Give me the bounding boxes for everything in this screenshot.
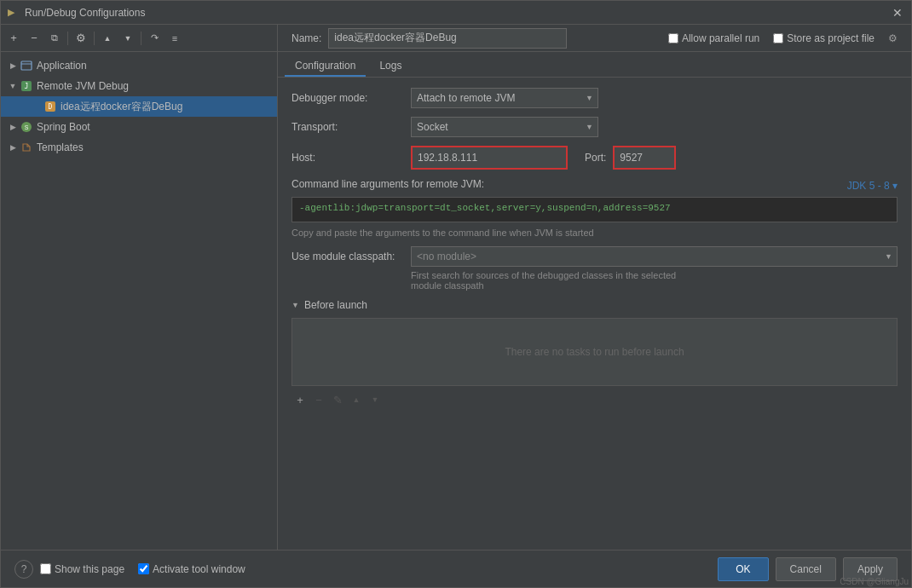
allow-parallel-label: Allow parallel run	[682, 32, 759, 44]
config-header: Name: Allow parallel run Store as projec…	[278, 25, 911, 52]
svg-text:S: S	[25, 124, 29, 130]
settings-button[interactable]: ⚙	[72, 29, 90, 48]
cmd-args-label: Command line arguments for remote JVM:	[291, 178, 484, 190]
toolbar-separator-2	[94, 32, 95, 45]
jvm-icon: J	[20, 79, 33, 93]
footer-checkboxes: Show this page Activate tool window	[40, 563, 245, 575]
show-this-page-input[interactable]	[40, 563, 51, 574]
tab-logs[interactable]: Logs	[369, 56, 412, 77]
show-this-page-checkbox[interactable]: Show this page	[40, 563, 124, 575]
ok-button[interactable]: OK	[718, 557, 768, 581]
window-title: Run/Debug Configurations	[25, 7, 892, 19]
arrow-down-button[interactable]: ▼	[118, 29, 137, 48]
watermark: CSDN @GliangJu	[840, 577, 909, 586]
move-to-button[interactable]: ↷	[145, 29, 164, 48]
transport-row: Transport: Socket Shared memory ▼	[291, 117, 898, 137]
application-label: Application	[37, 60, 87, 72]
remote-jvm-label: Remote JVM Debug	[37, 80, 129, 92]
application-icon	[20, 59, 33, 72]
header-checkboxes: Allow parallel run Store as project file…	[668, 32, 898, 44]
name-label: Name:	[291, 32, 321, 44]
sort-button[interactable]: ≡	[165, 29, 184, 48]
module-classpath-row: Use module classpath: <no module> ▼	[291, 246, 898, 267]
config-body: Debugger mode: Attach to remote JVM List…	[278, 78, 911, 550]
before-launch-section: ▼ Before launch There are no tasks to ru…	[291, 299, 898, 408]
sidebar-item-application[interactable]: ▶ Application	[1, 55, 277, 76]
collapse-arrow-icon[interactable]: ▼	[291, 301, 299, 309]
cmd-args-box: -agentlib:jdwp=transport=dt_socket,serve…	[291, 197, 898, 222]
transport-select[interactable]: Socket Shared memory	[411, 117, 598, 137]
activate-tool-input[interactable]	[138, 563, 149, 574]
help-button[interactable]: ?	[14, 560, 33, 579]
svg-rect-0	[21, 61, 32, 70]
module-classpath-select[interactable]: <no module>	[411, 246, 898, 267]
before-launch-header: ▼ Before launch	[291, 299, 898, 311]
cmd-args-header-row: Command line arguments for remote JVM: J…	[291, 178, 898, 193]
show-this-page-label: Show this page	[55, 563, 124, 575]
allow-parallel-checkbox[interactable]: Allow parallel run	[668, 32, 759, 44]
svg-text:J: J	[25, 83, 29, 90]
host-input[interactable]	[413, 147, 566, 168]
host-input-wrapper	[411, 146, 568, 170]
remove-button[interactable]: −	[25, 29, 43, 48]
cmd-args-text: -agentlib:jdwp=transport=dt_socket,serve…	[299, 203, 671, 213]
config-icon: D	[43, 100, 57, 113]
module-hint: First search for sources of the debugged…	[411, 270, 898, 291]
idea-docker-label: idea远程docker容器DeBug	[61, 100, 182, 114]
bl-up-button[interactable]: ▲	[348, 391, 365, 408]
settings-gear-icon[interactable]: ⚙	[888, 32, 898, 44]
before-launch-toolbar: + − ✎ ▲ ▼	[291, 391, 898, 408]
expand-arrow-jvm: ▼	[8, 81, 18, 91]
port-input-wrapper	[613, 146, 676, 170]
bl-remove-button[interactable]: −	[310, 391, 327, 408]
main-window: ▶ Run/Debug Configurations ✕ + − ⧉ ⚙ ▲ ▼…	[0, 0, 912, 588]
sidebar-item-spring-boot[interactable]: ▶ S Spring Boot	[1, 117, 277, 137]
copy-button[interactable]: ⧉	[45, 29, 64, 48]
sidebar-item-templates[interactable]: ▶ Templates	[1, 137, 277, 158]
title-bar: ▶ Run/Debug Configurations ✕	[1, 1, 911, 25]
expand-arrow-application: ▶	[8, 61, 18, 71]
config-panel: Name: Allow parallel run Store as projec…	[278, 25, 911, 550]
before-launch-empty-text: There are no tasks to run before launch	[505, 346, 684, 358]
bl-edit-button[interactable]: ✎	[329, 391, 346, 408]
toolbar-separator-3	[141, 32, 141, 45]
store-project-checkbox[interactable]: Store as project file	[773, 32, 874, 44]
sidebar-item-remote-jvm[interactable]: ▼ J Remote JVM Debug	[1, 76, 277, 96]
config-tree: ▶ Application ▼ J	[1, 52, 277, 161]
bl-add-button[interactable]: +	[291, 391, 309, 408]
transport-select-wrapper: Socket Shared memory ▼	[411, 117, 598, 137]
toolbar-separator	[67, 32, 68, 45]
expand-arrow-templates: ▶	[8, 142, 18, 153]
host-label: Host:	[291, 152, 411, 164]
store-project-label: Store as project file	[787, 32, 874, 44]
port-input[interactable]	[615, 147, 674, 168]
svg-text:D: D	[49, 103, 53, 111]
debugger-mode-select[interactable]: Attach to remote JVM Listen to remote JV…	[411, 88, 598, 108]
window-icon: ▶	[8, 7, 20, 19]
tabs-row: Configuration Logs	[278, 52, 911, 78]
tab-configuration[interactable]: Configuration	[285, 56, 366, 77]
name-input[interactable]	[328, 28, 567, 49]
bl-down-button[interactable]: ▼	[367, 391, 384, 408]
expand-arrow-spring: ▶	[8, 122, 18, 132]
add-button[interactable]: +	[4, 29, 23, 48]
arrow-up-button[interactable]: ▲	[98, 29, 117, 48]
debugger-mode-label: Debugger mode:	[291, 92, 411, 104]
sidebar: + − ⧉ ⚙ ▲ ▼ ↷ ≡ ▶	[1, 25, 278, 550]
allow-parallel-input[interactable]	[668, 33, 678, 43]
module-classpath-label: Use module classpath:	[291, 251, 411, 262]
footer: ? Show this page Activate tool window OK…	[1, 550, 911, 587]
close-button[interactable]: ✕	[892, 7, 904, 19]
spring-boot-label: Spring Boot	[37, 121, 90, 133]
activate-tool-checkbox[interactable]: Activate tool window	[138, 563, 245, 575]
store-project-input[interactable]	[773, 33, 783, 43]
module-hint-line2: module classpath	[411, 280, 484, 291]
host-port-row: Host: Port:	[291, 146, 898, 170]
cmd-hint-text: Copy and paste the arguments to the comm…	[291, 228, 898, 238]
debugger-mode-select-wrapper: Attach to remote JVM Listen to remote JV…	[411, 88, 598, 108]
jdk-version-link[interactable]: JDK 5 - 8 ▾	[847, 180, 898, 192]
template-icon	[20, 141, 33, 154]
cancel-button[interactable]: Cancel	[776, 557, 836, 581]
sidebar-item-idea-docker[interactable]: ▶ D idea远程docker容器DeBug	[1, 96, 277, 117]
before-launch-empty: There are no tasks to run before launch	[291, 318, 898, 386]
